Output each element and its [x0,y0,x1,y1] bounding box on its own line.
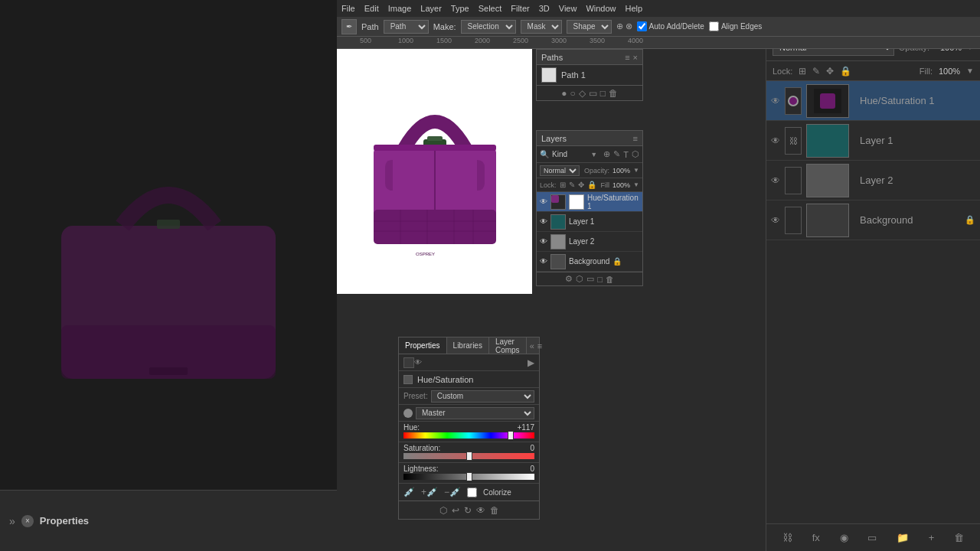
eyedropper-icon[interactable]: 💉 [403,487,415,497]
lightness-slider-thumb[interactable] [466,472,472,481]
lp-icon-2[interactable]: ✎ [613,149,620,159]
lp-footer-icon-5[interactable]: 🗑 [606,275,614,284]
menu-image[interactable]: Image [388,4,412,13]
lp-layer-item-layer2[interactable]: 👁 Layer 2 [537,232,642,252]
path-item-path1[interactable]: Path 1 [537,65,642,85]
props-icon-eye[interactable]: 👁 [414,358,422,367]
lp-footer-icon-1[interactable]: ⚙ [565,274,573,284]
rp-fill-value[interactable]: 100% [939,67,960,76]
hue-value[interactable]: +117 [517,423,534,432]
saturation-slider-thumb[interactable] [466,452,472,461]
rp-layer-vis-layer1[interactable]: 👁 [771,135,780,146]
menu-filter[interactable]: Filter [511,4,529,13]
props-footer-icon-3[interactable]: ↻ [464,505,472,516]
rp-layer-item-layer2[interactable]: 👁 Layer 2 [766,161,980,201]
saturation-slider-track[interactable] [403,453,534,459]
lp-icon-1[interactable]: ⊕ [603,149,610,159]
align-edges-checkbox[interactable] [709,21,719,31]
props-footer-icon-1[interactable]: ⬡ [439,505,447,516]
lp-lock-icon-2[interactable]: ✎ [569,181,575,189]
toolbar-selection-dropdown[interactable]: Selection [461,20,516,34]
toolbar-shape-dropdown[interactable]: Shape [567,20,612,34]
lp-footer-icon-2[interactable]: ⬡ [576,274,583,284]
preset-dropdown[interactable]: Custom [431,390,534,403]
hue-slider-thumb[interactable] [508,431,514,440]
tab-properties[interactable]: Properties [399,337,447,354]
rp-lock-icon-all[interactable]: 🔒 [840,66,851,77]
channel-dropdown[interactable]: Master [416,407,534,419]
saturation-value[interactable]: 0 [530,444,534,452]
toolbar-icon-2[interactable]: ⊗ [626,21,632,31]
lp-layer-item-layer1[interactable]: 👁 Layer 1 [537,212,642,232]
rp-bottom-icon-adj[interactable]: ◉ [840,532,848,543]
layers-panel-menu-icon[interactable]: ≡ [633,134,638,143]
menu-help[interactable]: Help [626,4,643,13]
auto-add-delete-checkbox[interactable] [637,21,647,31]
path-fill-icon[interactable]: ● [561,88,567,99]
toolbar-mask-dropdown[interactable]: Mask [521,20,562,34]
props-footer-icon-5[interactable]: 🗑 [490,505,499,516]
lp-layer-item-hue-sat[interactable]: 👁 Hue/Saturation 1 [537,192,642,212]
lp-blend-dropdown[interactable]: Normal [540,165,580,176]
rp-layer-vis-layer2[interactable]: 👁 [771,175,780,186]
rp-bottom-icon-new[interactable]: + [929,532,935,543]
lp-icon-4[interactable]: ⬡ [632,149,639,159]
path-load-icon[interactable]: ◇ [579,88,586,99]
lp-layer-vis-4[interactable]: 👁 [540,257,547,266]
rp-bottom-icon-group[interactable]: 📁 [897,532,909,543]
path-delete-icon[interactable]: 🗑 [609,88,618,99]
lp-lock-icon-3[interactable]: ✥ [578,181,584,189]
props-footer-icon-2[interactable]: ↩ [452,505,459,516]
menu-type[interactable]: Type [451,4,469,13]
toolbar-icon-1[interactable]: ⊕ [616,21,623,31]
rp-layer-item-background[interactable]: 👁 Background 🔒 [766,201,980,240]
lp-lock-icon-4[interactable]: 🔒 [587,181,596,189]
lp-footer-icon-4[interactable]: □ [597,275,603,284]
props-menu-icon[interactable]: ≡ [537,341,542,350]
path-new-icon[interactable]: □ [600,88,606,99]
hue-slider-track[interactable] [403,432,534,439]
rp-lock-icon-artboard[interactable]: ✎ [812,66,820,77]
lp-kind-arrow[interactable]: ▼ [590,151,597,158]
rp-layer-vis-hue-sat[interactable]: 👁 [771,96,780,106]
lightness-value[interactable]: 0 [530,465,534,473]
menu-edit[interactable]: Edit [364,4,379,13]
menu-select[interactable]: Select [479,4,502,13]
colorize-checkbox[interactable] [467,487,477,497]
rp-bottom-icon-delete[interactable]: 🗑 [954,532,964,543]
toolbar-path-dropdown[interactable]: Path Shape Pixels [384,20,429,34]
paths-panel-close-icon[interactable]: × [633,53,638,62]
lp-layer-item-background[interactable]: 👁 Background 🔒 [537,252,642,272]
menu-3d[interactable]: 3D [539,4,550,13]
rp-layer-vis-background[interactable]: 👁 [771,215,780,226]
menu-layer[interactable]: Layer [420,4,442,13]
menu-view[interactable]: View [559,4,577,13]
lightness-slider-track[interactable] [403,474,534,480]
lp-layer-vis-3[interactable]: 👁 [540,237,547,246]
expand-arrows-icon[interactable]: » [9,515,15,527]
lp-layer-vis-1[interactable]: 👁 [540,197,547,206]
lp-fill-arrow[interactable]: ▼ [633,181,639,188]
lp-icon-3[interactable]: T [623,150,629,159]
menu-window[interactable]: Window [586,4,616,13]
lp-footer-icon-3[interactable]: ▭ [586,274,594,284]
rp-lock-icon-pixels[interactable]: ⊞ [799,66,806,77]
eyedropper-minus-icon[interactable]: −💉 [444,487,461,497]
eyedropper-plus-icon[interactable]: +💉 [421,487,438,497]
path-stroke-icon[interactable]: ○ [570,88,575,99]
paths-panel-menu-icon[interactable]: ≡ [625,53,629,62]
lp-opacity-arrow[interactable]: ▼ [633,167,639,174]
props-expand-icon[interactable]: « [530,341,534,350]
props-visibility-toggle[interactable] [403,375,413,384]
rp-bottom-icon-fx[interactable]: fx [812,532,820,543]
path-mask-icon[interactable]: ▭ [589,88,597,99]
lp-layer-vis-2[interactable]: 👁 [540,217,547,226]
props-footer-icon-4[interactable]: 👁 [476,505,485,516]
rp-bottom-icon-link[interactable]: ⛓ [782,532,792,543]
lp-lock-icon-1[interactable]: ⊞ [560,181,566,189]
tab-libraries[interactable]: Libraries [447,337,489,354]
rp-fill-arrow[interactable]: ▼ [966,67,974,75]
tab-layer-comps[interactable]: Layer Comps [489,337,527,354]
rp-lock-icon-move[interactable]: ✥ [826,66,834,77]
pen-tool-icon[interactable]: ✒ [341,19,357,34]
